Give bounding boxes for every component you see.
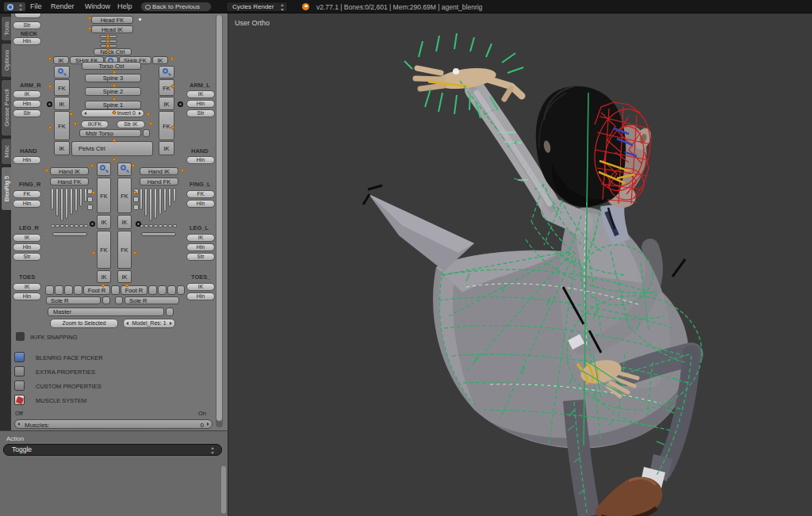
viewport-3d[interactable]: User Ortho (228, 13, 812, 516)
picker-bone-dot[interactable] (148, 121, 153, 126)
picker-bone-dot[interactable] (132, 250, 137, 255)
back-to-previous-button[interactable]: Back to Previous (140, 2, 212, 12)
arm-l-hin-pill[interactable]: Hin (186, 100, 215, 108)
hand-fk-r-button[interactable]: Hand FK (50, 178, 89, 185)
str-ik-pill[interactable]: Str IK (117, 120, 145, 128)
menu-window[interactable]: Window (85, 2, 110, 10)
finger-option-cell[interactable] (87, 197, 93, 202)
arm-l-str-pill[interactable]: Str (186, 109, 215, 117)
finger-bar[interactable] (144, 188, 147, 216)
picker-bone-dot[interactable] (91, 250, 96, 255)
finger-bar[interactable] (154, 188, 157, 219)
leg-r-ik-pill[interactable]: IK (13, 234, 41, 242)
leg-r-hin-pill[interactable]: Hin (13, 243, 41, 251)
picker-bone-dot[interactable] (146, 112, 151, 117)
foot-cell[interactable] (64, 285, 73, 295)
hand-fk-l-button[interactable]: Hand FK (140, 178, 178, 185)
finger-bar[interactable] (79, 188, 82, 207)
shoulder-ik-l-button[interactable]: IK (152, 56, 168, 64)
finger-tip[interactable] (70, 224, 74, 227)
finger-tip[interactable] (154, 224, 158, 227)
arm-r-col-ik1[interactable]: IK (54, 97, 70, 110)
fing-r-fk-pill[interactable]: FK (13, 190, 41, 198)
arm-l-ik-pill[interactable]: IK (186, 90, 215, 98)
finger-option-cell[interactable] (133, 197, 139, 202)
picker-bone-dot[interactable] (131, 163, 136, 168)
sole-r-cap[interactable] (102, 296, 110, 304)
finger-bar[interactable] (163, 188, 167, 212)
finger-bar[interactable] (60, 188, 63, 221)
finger-tip[interactable] (65, 224, 69, 227)
finger-tip[interactable] (79, 224, 83, 227)
finger-bar[interactable] (70, 188, 73, 215)
sole-l-button[interactable]: Sole R (124, 296, 179, 304)
finger-tip[interactable] (144, 224, 148, 227)
finger-bar[interactable] (173, 188, 176, 202)
arm-r-hin-pill[interactable]: Hin (13, 100, 41, 108)
arm-l-col-ik2[interactable]: IK (159, 141, 174, 155)
leg-r-col-top[interactable] (97, 162, 111, 176)
master-button[interactable]: Master (48, 308, 164, 316)
leg-r-col-ik1[interactable]: IK (97, 215, 111, 229)
finger-bar[interactable] (65, 188, 68, 219)
hand-l-hin-pill[interactable]: Hin (186, 156, 215, 164)
master-cap[interactable] (166, 308, 174, 316)
muscle-system-label[interactable]: MUSCLE SYSTEM (36, 397, 86, 404)
picker-bone-dot[interactable] (69, 112, 74, 117)
leg-r-str-pill[interactable]: Str (13, 253, 41, 261)
foot-cell[interactable] (148, 285, 157, 295)
torso-ctrl-button[interactable]: Torso Ctrl (82, 62, 141, 70)
picker-bone-dot[interactable] (112, 157, 117, 162)
menu-file[interactable]: File (30, 2, 42, 10)
spine1-button[interactable]: Spine 1 (85, 101, 141, 109)
picker-pill-clipped[interactable] (14, 13, 41, 18)
finger-tip[interactable] (173, 224, 177, 227)
finger-bar[interactable] (51, 188, 54, 210)
finger-tip[interactable] (159, 224, 163, 227)
face-picker-label[interactable]: BLENRIG FACE PICKER (36, 354, 103, 361)
neck-ctrl-button[interactable]: Neck Ctrl (94, 48, 132, 55)
leg-l-col-ik2[interactable]: IK (117, 270, 132, 283)
picker-bone-dot[interactable] (180, 168, 185, 173)
arm-l-col-top[interactable] (159, 66, 174, 78)
arm-r-col-top[interactable] (54, 66, 70, 78)
arm-r-ik-pill[interactable]: IK (13, 90, 41, 98)
leg-l-col-ik1[interactable]: IK (117, 215, 132, 229)
finger-option-cell[interactable] (133, 204, 139, 210)
finger-tip[interactable] (84, 224, 88, 227)
arm-r-col-fk2[interactable]: FK (54, 111, 70, 140)
foot-cell[interactable] (177, 285, 185, 295)
finger-tip[interactable] (149, 224, 153, 227)
zoom-to-selected-button[interactable]: Zoom to Selected (50, 319, 118, 328)
leg-r-col-ik2[interactable]: IK (97, 270, 111, 283)
mstr-torso-button[interactable]: Mstr Torso (79, 129, 141, 137)
extra-properties-icon[interactable] (14, 366, 25, 376)
finger-bar-l[interactable] (141, 232, 176, 236)
finger-bar-r[interactable] (52, 232, 87, 236)
picker-bone-dot[interactable] (48, 125, 52, 130)
neck-str-pill[interactable]: Str (13, 21, 41, 29)
model-res-select[interactable]: Model_Res: 1 (123, 319, 175, 328)
muscles-slider[interactable]: Muscles: 0 (14, 419, 213, 429)
tab-grease-pencil[interactable]: Grease Pencil (1, 79, 11, 136)
picker-bone-dot[interactable] (90, 163, 94, 168)
foot-cell[interactable] (111, 285, 120, 295)
action-dropdown[interactable]: Toggle (3, 444, 222, 456)
leg-l-str-pill[interactable]: Str (186, 253, 215, 261)
picker-knob[interactable] (47, 101, 52, 107)
foot-cell[interactable] (167, 285, 176, 295)
picker-knob[interactable] (90, 221, 95, 227)
menu-render[interactable]: Render (51, 2, 75, 10)
muscle-system-icon[interactable] (14, 395, 25, 405)
toes-l-hin-pill[interactable]: Hin (186, 292, 215, 300)
leg-l-ik-pill[interactable]: IK (186, 234, 215, 242)
foot-cell[interactable] (74, 285, 82, 295)
finger-bar[interactable] (168, 188, 171, 207)
foot-cell[interactable] (45, 285, 54, 295)
ikfk-pill[interactable]: IK/FK (81, 120, 109, 128)
head-fk-button[interactable]: Head FK (91, 16, 133, 24)
foot-l-button[interactable]: Foot R (121, 285, 147, 295)
finger-tip[interactable] (56, 224, 59, 227)
fing-r-hin-pill[interactable]: Hin (13, 200, 41, 208)
picker-bone-dot[interactable] (48, 84, 52, 89)
